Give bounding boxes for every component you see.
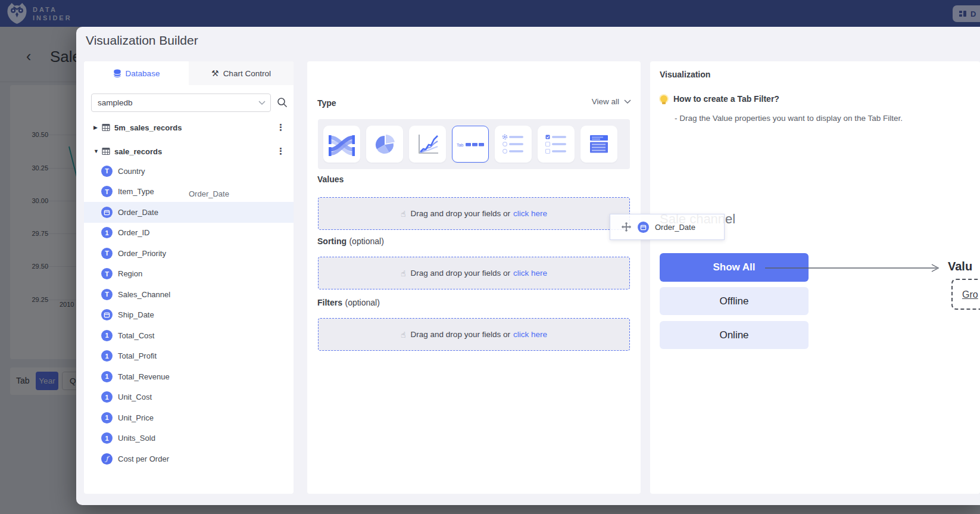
values-section-label: Values: [317, 175, 344, 184]
field-row-total-profit[interactable]: 1 Total_Profit: [84, 346, 294, 367]
chart-type-line[interactable]: [409, 126, 446, 163]
database-select-input[interactable]: [91, 94, 271, 112]
database-icon: [113, 69, 121, 78]
annotation-value-label: Valu: [948, 260, 972, 273]
preview-offline-button[interactable]: Offline: [660, 287, 809, 315]
text-field-icon: T: [101, 166, 113, 177]
click-here-link[interactable]: click here: [513, 209, 547, 218]
chevron-down-icon[interactable]: [258, 101, 266, 105]
move-icon: [621, 222, 632, 232]
tip-title: How to create a Tab Filter?: [673, 94, 779, 104]
chart-type-table[interactable]: [580, 126, 617, 163]
field-row-order-id[interactable]: 1 Order_ID: [84, 223, 294, 244]
type-section-label: Type: [317, 98, 336, 108]
drag-hand-icon: ☝: [401, 209, 406, 219]
chart-type-radio-list[interactable]: [495, 126, 532, 163]
number-field-icon: 1: [101, 412, 113, 423]
date-field-icon: [101, 207, 113, 218]
values-dropzone[interactable]: ☝ Drag and drop your fields or click her…: [318, 197, 630, 230]
dropzone-text: Drag and drop your fields or: [411, 269, 510, 278]
number-field-icon: 1: [101, 371, 113, 382]
chart-type-pie[interactable]: [366, 126, 403, 163]
search-icon[interactable]: [277, 97, 288, 108]
click-here-link[interactable]: click here: [513, 330, 547, 339]
field-row-region[interactable]: T Region: [84, 264, 294, 285]
table-name: sale_records: [114, 147, 162, 156]
checkbox-list-icon: [544, 133, 568, 155]
field-row-order-date[interactable]: Order_Date: [84, 202, 294, 223]
field-row-unit-price[interactable]: 1 Unit_Price: [84, 407, 294, 428]
tip-body: - Drag the Value properties you want to …: [675, 114, 903, 123]
tab-database-label: Database: [126, 69, 160, 78]
drag-hand-icon: ☝: [401, 269, 406, 278]
filters-dropzone[interactable]: ☝ Drag and drop your fields or click her…: [318, 318, 630, 351]
tab-database[interactable]: Database: [84, 61, 189, 85]
field-list: T Country T Item_Type Order_Date 1 Order…: [84, 161, 294, 469]
chip-label: Order_Date: [655, 223, 695, 232]
text-field-icon: T: [101, 268, 113, 279]
database-panel: Database ⚒ Chart Control ▶: [84, 61, 294, 494]
field-row-total-cost[interactable]: 1 Total_Cost: [84, 325, 294, 346]
field-row-order-priority[interactable]: T Order_Priority: [84, 243, 294, 264]
lightbulb-icon: [660, 95, 667, 102]
number-field-icon: 1: [101, 350, 113, 362]
table-row-sale-records[interactable]: ▼ sale_records ⋮: [84, 142, 294, 160]
field-row-units-sold[interactable]: 1 Units_Sold: [84, 428, 294, 449]
drag-ghost-label: Order_Date: [189, 189, 229, 198]
caret-right-icon[interactable]: ▶: [93, 124, 102, 130]
table-chart-icon: [587, 133, 611, 155]
click-here-link[interactable]: click here: [513, 269, 547, 278]
number-field-icon: 1: [101, 227, 113, 238]
dragging-field-chip[interactable]: Order_Date: [610, 214, 725, 240]
database-select: [91, 94, 271, 112]
owl-logo-icon: [6, 2, 28, 25]
builder-panel: Type View all: [307, 61, 641, 494]
sorting-section-label: Sorting (optional): [317, 236, 384, 247]
annotation-group-box: Gro: [951, 279, 980, 310]
tab-chart-control[interactable]: ⚒ Chart Control: [189, 61, 294, 85]
kebab-menu-icon[interactable]: ⋮: [276, 122, 285, 133]
dashboard-button-label: D: [970, 10, 976, 18]
filters-section-label: Filters (optional): [317, 297, 380, 308]
view-all-label: View all: [592, 97, 619, 106]
field-row-cost-per-order[interactable]: ƒ Cost per Order: [84, 448, 294, 469]
app-root: ‹ Sales Sa 30.50 30.25 30.00 29.75 29.50…: [0, 0, 980, 514]
table-row-5m-sales-records[interactable]: ▶ 5m_sales_records ⋮: [84, 119, 294, 136]
chart-type-sankey[interactable]: [323, 126, 360, 163]
field-row-sales-channel[interactable]: T Sales_Channel: [84, 284, 294, 305]
tools-icon: ⚒: [211, 68, 219, 78]
date-field-icon: [101, 309, 113, 320]
sankey-chart-icon: [329, 132, 355, 157]
pie-chart-icon: [373, 132, 397, 156]
field-row-unit-cost[interactable]: 1 Unit_Cost: [84, 387, 294, 408]
formula-field-icon: ƒ: [101, 453, 113, 465]
kebab-menu-icon[interactable]: ⋮: [276, 146, 285, 157]
number-field-icon: 1: [101, 432, 113, 444]
field-row-country[interactable]: T Country: [84, 161, 294, 182]
text-field-icon: T: [101, 186, 113, 197]
field-row-total-revenue[interactable]: 1 Total_Revenue: [84, 366, 294, 387]
svg-text:Tab: Tab: [457, 143, 463, 147]
tab-chart-control-label: Chart Control: [223, 69, 271, 78]
sorting-dropzone[interactable]: ☝ Drag and drop your fields or click her…: [318, 257, 630, 289]
chart-type-tab-filter[interactable]: Tab: [452, 126, 489, 163]
dropzone-text: Drag and drop your fields or: [411, 209, 510, 218]
view-all-dropdown[interactable]: View all: [592, 97, 631, 106]
brand-text: DATA INSIDER: [33, 5, 72, 22]
dashboard-grid-icon: [959, 10, 967, 18]
modal-title: Visualization Builder: [86, 33, 198, 48]
number-field-icon: 1: [101, 330, 113, 341]
chart-type-checkbox-list[interactable]: [538, 126, 575, 163]
tab-filter-icon: Tab: [456, 139, 485, 149]
caret-down-icon[interactable]: ▼: [93, 148, 102, 154]
dashboard-mode-button[interactable]: D: [953, 5, 980, 22]
line-chart-icon: [416, 132, 439, 156]
field-row-ship-date[interactable]: Ship_Date: [84, 305, 294, 326]
top-navbar: DATA INSIDER D: [0, 0, 980, 27]
visualization-title: Visualization: [660, 70, 710, 79]
brand: DATA INSIDER: [6, 2, 72, 25]
table-name: 5m_sales_records: [114, 123, 182, 132]
preview-online-button[interactable]: Online: [660, 321, 809, 349]
chevron-down-icon: [624, 99, 631, 104]
date-field-icon: [638, 222, 649, 233]
